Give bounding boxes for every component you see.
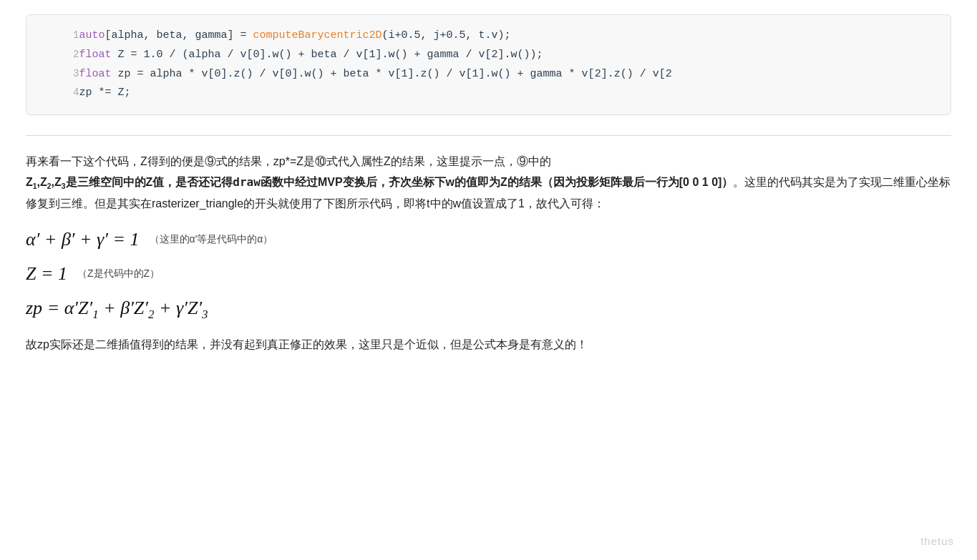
paragraph-2: 故zp实际还是二维插值得到的结果，并没有起到真正修正的效果，这里只是个近似，但是… [26, 335, 951, 355]
formula-2-annotation: （Z是代码中的Z） [77, 267, 160, 280]
paragraph-1-bold: Z1,Z2,Z3是三维空间中的Z值，是否还记得draw函数中经过MVP变换后，齐… [26, 176, 733, 188]
paragraph-1: 再来看一下这个代码，Z得到的便是⑨式的结果，zp*=Z是⑩式代入属性Z的结果，这… [26, 152, 951, 215]
formula-1-math: α′ + β′ + γ′ = 1 [26, 229, 140, 250]
line-number: 3 [26, 65, 79, 84]
code-span: zp = alpha * v[0].z() / v[0].w() + beta … [112, 68, 672, 80]
code-text: float zp = alpha * v[0].z() / v[0].w() +… [79, 65, 951, 84]
line-number: 4 [26, 84, 79, 103]
keyword-float: float [79, 49, 112, 61]
line-number: 2 [26, 46, 79, 65]
code-line-3: 3 float zp = alpha * v[0].z() / v[0].w()… [26, 65, 951, 84]
code-line-4: 4 zp *= Z; [26, 84, 951, 103]
code-span: (i+0.5, j+0.5, t.v); [382, 29, 511, 41]
formula-3: zp = α′Z′1 + β′Z′2 + γ′Z′3 [26, 298, 951, 322]
code-line-2: 2 float Z = 1.0 / (alpha / v[0].w() + be… [26, 46, 951, 65]
keyword-auto: auto [79, 29, 105, 41]
code-text: zp *= Z; [79, 84, 951, 103]
formula-2-math: Z = 1 [26, 263, 67, 285]
formula-1: α′ + β′ + γ′ = 1 （这里的α'等是代码中的α） [26, 229, 951, 250]
paragraph-1-normal: 再来看一下这个代码，Z得到的便是⑨式的结果，zp*=Z是⑩式代入属性Z的结果，这… [26, 155, 551, 167]
code-text: float Z = 1.0 / (alpha / v[0].w() + beta… [79, 46, 951, 65]
line-number: 1 [26, 26, 79, 46]
formula-1-annotation: （这里的α'等是代码中的α） [150, 233, 273, 246]
code-text: auto[alpha, beta, gamma] = computeBaryce… [79, 26, 951, 46]
watermark: thetus [920, 535, 954, 547]
code-line-1: 1 auto[alpha, beta, gamma] = computeBary… [26, 26, 951, 46]
code-table: 1 auto[alpha, beta, gamma] = computeBary… [26, 26, 951, 103]
formula-2: Z = 1 （Z是代码中的Z） [26, 263, 951, 285]
code-block: 1 auto[alpha, beta, gamma] = computeBary… [26, 14, 951, 115]
code-span: [alpha, beta, gamma] = [105, 29, 253, 41]
code-span: Z = 1.0 / (alpha / v[0].w() + beta / v[1… [112, 49, 543, 61]
code-span: zp *= Z; [79, 87, 131, 99]
function-name: computeBarycentric2D [253, 29, 382, 41]
section-divider [26, 135, 951, 136]
keyword-float: float [79, 68, 112, 80]
